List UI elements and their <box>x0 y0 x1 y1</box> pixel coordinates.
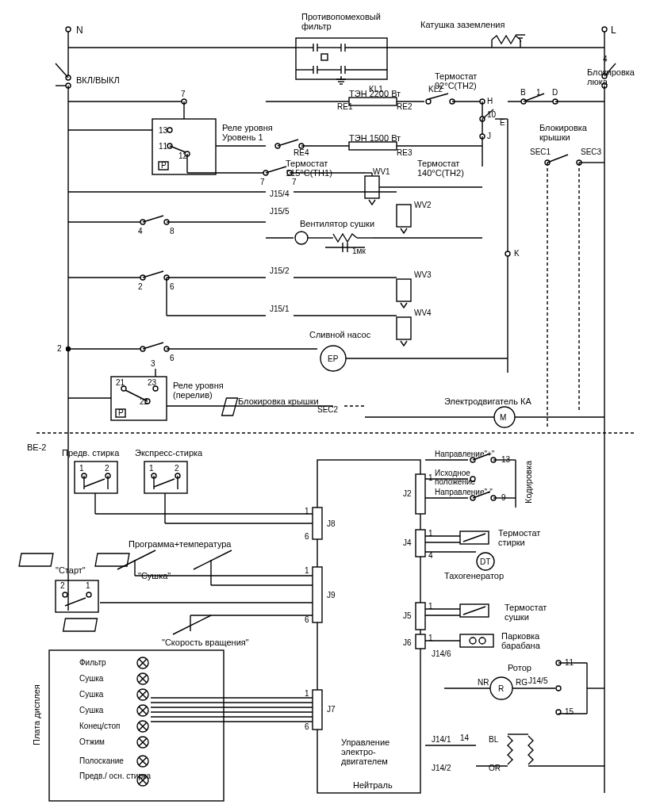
fan-label: Вентилятор сушки <box>300 219 374 228</box>
svg-text:Направление"-": Направление"-" <box>435 488 493 496</box>
heater2-label: ТЭН 1500 Вт <box>349 133 401 143</box>
led-4: Конец/стоп <box>79 721 148 732</box>
svg-text:WV4: WV4 <box>414 308 432 317</box>
svg-text:1: 1 <box>305 689 309 698</box>
led-7: Предв./ осн. стирка <box>79 772 152 786</box>
svg-rect-241 <box>416 530 425 557</box>
svg-line-93 <box>524 94 544 102</box>
dry-thermo: Термостатсушки <box>505 603 547 622</box>
svg-rect-156 <box>397 279 411 301</box>
svg-text:WV1: WV1 <box>373 167 390 176</box>
svg-text:1: 1 <box>149 464 154 473</box>
svg-text:1мк: 1мк <box>352 247 366 255</box>
be2-label: BE-2 <box>27 442 46 452</box>
prewash-label: Предв. стирка <box>62 448 120 458</box>
svg-text:Сушка: Сушка <box>79 674 104 683</box>
neutral-label: Нейтраль <box>353 780 393 790</box>
svg-point-331 <box>470 638 476 644</box>
led-1: Сушка <box>79 673 148 684</box>
svg-line-328 <box>463 607 485 615</box>
svg-text:J14/6: J14/6 <box>432 649 451 658</box>
svg-text:J5: J5 <box>403 611 412 620</box>
svg-line-179 <box>125 390 148 401</box>
svg-text:SEC1: SEC1 <box>530 147 551 156</box>
onoff-label: ВКЛ/ВЫКЛ <box>76 75 120 85</box>
svg-rect-111 <box>349 142 397 150</box>
svg-rect-238 <box>416 474 425 514</box>
svg-text:7: 7 <box>292 178 297 186</box>
svg-point-2 <box>602 27 607 32</box>
svg-text:OR: OR <box>489 764 501 772</box>
svg-text:EP: EP <box>328 354 339 363</box>
svg-line-71 <box>428 94 448 99</box>
schematic: N L Катушка заземления Противопомеховыйф… <box>0 0 660 812</box>
svg-text:Исходноеположение: Исходноеположение <box>435 469 476 486</box>
svg-text:1: 1 <box>428 473 433 482</box>
svg-text:J9: J9 <box>327 591 336 599</box>
svg-text:M: M <box>500 413 506 422</box>
svg-text:13: 13 <box>159 126 168 135</box>
drum-park: Парковкабарабана <box>501 631 541 650</box>
svg-point-88 <box>521 99 526 104</box>
rotor-label: Ротор <box>508 663 531 672</box>
svg-text:15: 15 <box>565 707 574 716</box>
coding-label: Кодировка <box>524 460 533 504</box>
svg-text:BL: BL <box>489 735 499 744</box>
led-5: Отжим <box>79 737 148 748</box>
svg-point-138 <box>295 232 308 244</box>
svg-text:RE3: RE3 <box>397 148 412 157</box>
svg-rect-68 <box>349 98 397 105</box>
svg-text:J14/1: J14/1 <box>432 735 451 744</box>
thermostat-140: Термостат140°C(TH2) <box>417 159 464 178</box>
ground-coil-label: Катушка заземления <box>420 20 505 29</box>
start-label: "Старт" <box>56 565 86 575</box>
svg-text:J15/2: J15/2 <box>270 266 290 275</box>
svg-rect-226 <box>313 508 322 539</box>
svg-point-340 <box>556 686 561 691</box>
svg-rect-330 <box>460 634 493 647</box>
svg-text:J7: J7 <box>327 705 336 714</box>
svg-text:KL1: KL1 <box>369 85 383 94</box>
svg-text:RE4: RE4 <box>294 148 309 157</box>
svg-rect-248 <box>416 634 425 649</box>
svg-text:WV2: WV2 <box>414 201 432 209</box>
display-panel-label: Плата дисплея <box>32 684 41 745</box>
led-3: Сушка <box>79 705 148 716</box>
svg-text:2: 2 <box>105 464 109 473</box>
svg-text:J15/1: J15/1 <box>270 304 290 313</box>
svg-line-114 <box>266 167 286 173</box>
svg-line-321 <box>463 534 485 542</box>
svg-line-56 <box>170 146 186 152</box>
svg-rect-186 <box>222 398 238 416</box>
svg-text:Полоскание: Полоскание <box>79 756 124 765</box>
svg-text:Сушка: Сушка <box>79 706 104 714</box>
svg-rect-230 <box>313 567 322 622</box>
svg-line-225 <box>173 615 211 634</box>
svg-text:Фильтр: Фильтр <box>79 658 106 667</box>
svg-rect-222 <box>95 553 129 566</box>
svg-point-103 <box>505 251 510 256</box>
svg-line-205 <box>84 479 105 487</box>
svg-line-34 <box>56 63 68 78</box>
level-relay-2: Реле уровня(перелив) <box>173 381 224 400</box>
svg-line-223 <box>194 550 232 569</box>
svg-text:11: 11 <box>159 142 168 151</box>
drain-label: Сливной насос <box>309 330 371 339</box>
svg-text:J15/5: J15/5 <box>270 207 290 216</box>
svg-text:8: 8 <box>170 227 175 236</box>
svg-text:D: D <box>552 88 558 97</box>
svg-rect-128 <box>397 205 411 227</box>
svg-text:K: K <box>514 249 520 258</box>
svg-text:J: J <box>487 132 491 140</box>
svg-rect-224 <box>63 619 98 631</box>
svg-text:J6: J6 <box>403 638 412 647</box>
upper-section: 2 7 13 11 12 P Реле уровняУровень 1 ТЭН … <box>36 71 635 441</box>
svg-point-0 <box>66 27 71 32</box>
svg-text:1: 1 <box>86 581 90 590</box>
door-lock-1: Блокировкалюка <box>587 67 635 86</box>
motor-ka-label: Электродвигатель КА <box>444 396 531 406</box>
filter-label-1: Противопомеховыйфильтр <box>301 12 381 31</box>
svg-text:4: 4 <box>603 55 608 63</box>
svg-text:DT: DT <box>480 557 490 566</box>
svg-text:6: 6 <box>305 615 309 624</box>
